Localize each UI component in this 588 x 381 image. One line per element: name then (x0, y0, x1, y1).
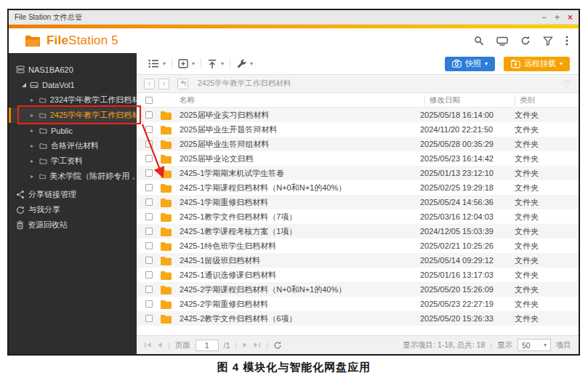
table-row[interactable]: 2425-1特色班学生归档材料2025/02/21 10:25:26文件夹 (137, 238, 579, 253)
select-all-checkbox[interactable] (145, 97, 153, 104)
table-row[interactable]: 2025届毕业生答辩组材料2025/05/28 00:35:29文件夹 (137, 137, 579, 151)
file-name[interactable]: 2025届毕业论文归档 (180, 153, 420, 164)
row-checkbox[interactable] (145, 286, 153, 293)
file-name[interactable]: 2425-2学期课程归档材料（N+0和N+1的40%） (180, 284, 420, 295)
sidebar-item-share-link[interactable]: 分享链接管理 (9, 187, 137, 202)
row-checkbox[interactable] (145, 242, 153, 249)
row-checkbox[interactable] (145, 111, 153, 119)
sidebar-item-folder[interactable]: ▸Public (9, 123, 137, 138)
sidebar-item-folder[interactable]: ▸2425学年教学工作归档材料 (9, 108, 137, 123)
first-page-button[interactable] (144, 342, 152, 348)
table-row[interactable]: 2425-1教学文件归档材料（7项）2025/03/16 12:04:03文件夹 (137, 209, 579, 224)
sidebar-item-folder[interactable]: ▸合格评估材料 (9, 138, 137, 153)
close-button[interactable]: × (568, 13, 573, 22)
expand-arrow-icon[interactable]: ▸ (31, 127, 36, 134)
go-up-button[interactable] (177, 79, 188, 89)
file-name[interactable]: 2025届毕业生答辩组材料 (180, 139, 420, 150)
sidebar-item-server[interactable]: NAS1BA620 (9, 62, 137, 77)
tools-button[interactable]: ▾ (230, 59, 259, 69)
file-type: 文件夹 (515, 183, 579, 193)
table-row[interactable]: 2425-2学期课程归档材料（N+0和N+1的40%）2025/05/20 15… (137, 282, 579, 297)
snapshot-camera-icon (452, 60, 462, 68)
volume-label: DataVol1 (42, 81, 75, 89)
file-name[interactable]: 2425-1教学文件归档材料（7项） (180, 212, 420, 222)
expand-arrow-icon[interactable]: ▸ (31, 112, 36, 119)
back-button[interactable]: ‹ (144, 79, 155, 89)
expand-arrow-icon[interactable]: ▸ (31, 97, 36, 103)
expand-arrow-icon[interactable]: ▸ (31, 173, 36, 180)
file-name[interactable]: 2425-1学期重修归档材料 (180, 197, 420, 208)
window-titlebar[interactable]: File Station 文件总管 − + × (9, 10, 579, 25)
sidebar-tree: ▸2324学年教学工作归档材料▸2425学年教学工作归档材料▸Public▸合格… (9, 92, 137, 184)
sidebar-item-folder[interactable]: ▸2324学年教学工作归档材料 (9, 92, 137, 108)
display-icon[interactable] (496, 36, 508, 46)
expand-arrow-icon[interactable]: ▸ (31, 143, 36, 149)
column-header-modified[interactable]: 修改日期 (424, 95, 519, 105)
row-checkbox[interactable] (145, 184, 153, 191)
refresh-list-icon[interactable] (273, 341, 282, 350)
row-checkbox[interactable] (145, 198, 153, 206)
row-checkbox[interactable] (145, 155, 153, 162)
table-row[interactable]: 2425-1学期期末机试学生答卷2025/01/13 23:12:10文件夹 (137, 166, 579, 180)
row-checkbox[interactable] (145, 300, 153, 308)
file-name[interactable]: 2425-1学期课程归档材料（N+0和N+1的40%） (180, 183, 420, 193)
sidebar-item-folder[interactable]: ▸学工资料 (9, 153, 137, 169)
table-row[interactable]: 2425-1学期重修归档材料2025/05/24 14:56:36文件夹 (137, 195, 579, 209)
row-checkbox[interactable] (145, 315, 153, 322)
table-row[interactable]: 2425-1留级班归档材料2025/05/14 09:29:12文件夹 (137, 253, 579, 268)
refresh-icon[interactable] (520, 36, 531, 46)
row-checkbox[interactable] (145, 271, 153, 278)
file-name[interactable]: 2425-1留级班归档材料 (180, 255, 420, 266)
minimize-button[interactable]: − (541, 13, 547, 22)
row-checkbox[interactable] (145, 213, 153, 220)
file-name[interactable]: 2425-1教学课程考核方案（1项） (180, 226, 420, 237)
table-row[interactable]: 2425-2学期重修归档材料2025/05/23 22:27:19文件夹 (137, 297, 579, 311)
page-input[interactable]: 1 (196, 340, 219, 351)
file-name[interactable]: 2025届毕业实习归档材料 (180, 110, 420, 121)
last-page-button[interactable] (253, 342, 261, 348)
row-checkbox[interactable] (145, 228, 153, 235)
column-header-name[interactable]: 名称 (180, 95, 429, 105)
table-row[interactable]: 2025届毕业生开题答辩材料2024/11/20 22:21:50文件夹 (137, 122, 579, 137)
view-mode-button[interactable]: ▾ (142, 59, 172, 68)
table-row[interactable]: 2425-1教学课程考核方案（1项）2024/12/05 15:03:39文件夹 (137, 224, 579, 238)
create-button[interactable]: ▾ (172, 59, 201, 68)
search-icon[interactable] (474, 36, 484, 46)
table-row[interactable]: 2425-2教学文件归档材料（6项）2025/05/20 15:26:33文件夹 (137, 311, 579, 326)
row-checkbox[interactable] (145, 140, 153, 148)
maximize-button[interactable]: + (555, 13, 560, 22)
row-checkbox[interactable] (145, 126, 153, 133)
file-name[interactable]: 2425-1通识选修课归档材料 (180, 270, 420, 281)
forward-button[interactable]: › (158, 79, 169, 89)
row-checkbox[interactable] (145, 169, 153, 177)
upload-button[interactable]: ▾ (201, 59, 230, 69)
file-name[interactable]: 2425-1特色班学生归档材料 (180, 241, 420, 252)
page-size-select[interactable]: 50 ▾ (517, 339, 551, 351)
table-row[interactable]: 2025届毕业论文归档2025/05/23 16:14:42文件夹 (137, 151, 579, 166)
favorite-heart-icon[interactable]: ♡ (563, 79, 571, 89)
sidebar-item-folder[interactable]: ▸美术学院（陈莳婷专用，请勿 (9, 169, 137, 184)
tree-expanded-icon[interactable] (22, 83, 26, 87)
file-name[interactable]: 2425-2学期重修归档材料 (180, 299, 420, 310)
file-name[interactable]: 2425-2教学文件归档材料（6项） (180, 313, 420, 324)
expand-arrow-icon[interactable]: ▸ (31, 158, 36, 164)
filter-icon[interactable] (543, 36, 553, 46)
next-page-button[interactable] (242, 342, 248, 348)
file-name[interactable]: 2425-1学期期末机试学生答卷 (180, 168, 420, 179)
table-row[interactable]: 2025届毕业实习归档材料2025/05/18 16:14:00文件夹 (137, 108, 579, 122)
remote-mount-button[interactable]: 远程挂载 ▾ (504, 57, 570, 71)
sidebar-item-shared-with-me[interactable]: 与我分享 (9, 202, 137, 217)
column-header-type[interactable]: 类别 (515, 95, 579, 105)
snapshot-button[interactable]: 快照 ▾ (445, 57, 495, 71)
file-type: 文件夹 (515, 212, 579, 222)
table-row[interactable]: 2425-1通识选修课归档材料2025/01/16 13:17:03文件夹 (137, 268, 579, 282)
sidebar-item-volume[interactable]: DataVol1 (9, 77, 137, 92)
sidebar-item-recycle-bin[interactable]: 资源回收站 (9, 217, 137, 233)
kebab-menu-icon[interactable] (565, 36, 568, 46)
prev-page-button[interactable] (157, 342, 163, 348)
table-header: 名称 修改日期 类别 (137, 93, 579, 108)
row-checkbox[interactable] (145, 257, 153, 264)
file-name[interactable]: 2025届毕业生开题答辩材料 (180, 124, 420, 135)
breadcrumb-path[interactable]: 2425学年教学工作归档材料 (198, 79, 291, 89)
table-row[interactable]: 2425-1学期课程归档材料（N+0和N+1的40%）2025/02/25 19… (137, 180, 579, 195)
